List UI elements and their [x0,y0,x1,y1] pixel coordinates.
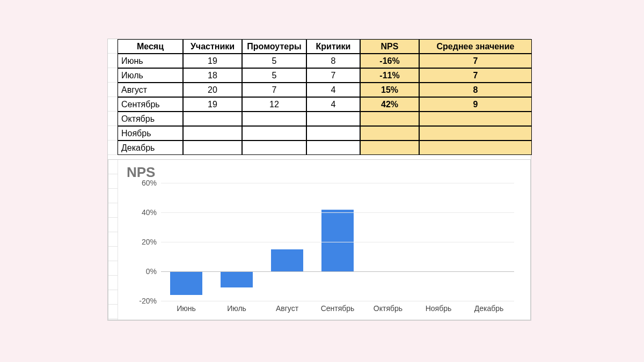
col-header-promoters: Промоутеры [242,39,306,54]
cell-month[interactable]: Октябрь [118,112,183,126]
cell-month[interactable]: Июль [118,68,183,83]
cell-participants[interactable]: 19 [183,97,242,112]
cell-critics[interactable]: 8 [306,54,360,68]
row-gutter-cell [108,141,118,155]
chart-y-tick: 60% [130,179,157,187]
cell-promoters[interactable]: 5 [242,54,306,68]
cell-promoters[interactable]: 7 [242,83,306,97]
cell-participants[interactable] [183,112,242,126]
row-gutter-cell [108,97,118,112]
cell-nps[interactable]: -11% [360,68,419,83]
row-gutter-cell [108,68,118,83]
cell-month[interactable]: Декабрь [118,141,183,155]
cell-participants[interactable]: 20 [183,83,242,97]
chart-title: NPS [127,164,525,181]
cell-participants[interactable] [183,126,242,141]
cell-critics[interactable] [306,141,360,155]
spreadsheet-panel: Месяц Участники Промоутеры Критики NPS С… [107,39,531,321]
row-gutter-cell [108,112,118,126]
row-gutter [108,160,118,320]
col-header-month: Месяц [118,39,183,54]
cell-average[interactable] [419,112,532,126]
cell-average[interactable] [419,126,532,141]
nps-chart: NPS -20%0%20%40%60% ИюньИюльАвгустСентяб… [108,159,531,320]
cell-nps[interactable] [360,126,419,141]
cell-promoters[interactable] [242,141,306,155]
cell-participants[interactable]: 18 [183,68,242,83]
chart-bar [321,210,354,272]
cell-promoters[interactable] [242,126,306,141]
cell-nps[interactable] [360,112,419,126]
cell-promoters[interactable] [242,112,306,126]
chart-y-tick: -20% [130,297,157,305]
cell-nps[interactable]: 15% [360,83,419,97]
col-header-nps: NPS [360,39,419,54]
chart-bar [221,271,253,287]
chart-x-axis: ИюньИюльАвгустСентябрьОктябрьНоябрьДекаб… [161,304,514,313]
cell-month[interactable]: Ноябрь [118,126,183,141]
cell-nps[interactable]: -16% [360,54,419,68]
cell-nps[interactable] [360,141,419,155]
cell-critics[interactable]: 7 [306,68,360,83]
chart-x-tick: Июль [211,304,262,313]
row-gutter-cell [108,54,118,68]
col-header-participants: Участники [183,39,242,54]
chart-plot-area: -20%0%20%40%60% [161,183,514,301]
cell-average[interactable]: 8 [419,83,532,97]
chart-x-tick: Июнь [161,304,211,313]
chart-x-tick: Август [262,304,312,313]
cell-month[interactable]: Июнь [118,54,183,68]
cell-critics[interactable] [306,112,360,126]
chart-x-tick: Ноябрь [413,304,464,313]
cell-critics[interactable]: 4 [306,83,360,97]
cell-average[interactable]: 9 [419,97,532,112]
chart-x-tick: Сентябрь [312,304,363,313]
row-gutter-cell [108,126,118,141]
chart-y-tick: 20% [130,238,157,246]
chart-y-tick: 40% [130,208,157,217]
chart-y-tick: 0% [130,267,157,276]
cell-participants[interactable]: 19 [183,54,242,68]
cell-month[interactable]: Сентябрь [118,97,183,112]
row-gutter-cell [108,83,118,97]
chart-x-tick: Октябрь [363,304,413,313]
cell-month[interactable]: Август [118,83,183,97]
row-gutter-cell [108,39,118,54]
col-header-average: Среднее значение [419,39,532,54]
cell-average[interactable]: 7 [419,54,532,68]
cell-average[interactable] [419,141,532,155]
cell-promoters[interactable]: 12 [242,97,306,112]
chart-x-tick: Декабрь [464,304,514,313]
chart-bar [271,249,303,271]
cell-average[interactable]: 7 [419,68,532,83]
cell-critics[interactable] [306,126,360,141]
col-header-critics: Критики [306,39,360,54]
chart-bar [170,271,202,295]
cell-critics[interactable]: 4 [306,97,360,112]
cell-promoters[interactable]: 5 [242,68,306,83]
cell-nps[interactable]: 42% [360,97,419,112]
cell-participants[interactable] [183,141,242,155]
nps-table: Месяц Участники Промоутеры Критики NPS С… [108,39,531,155]
